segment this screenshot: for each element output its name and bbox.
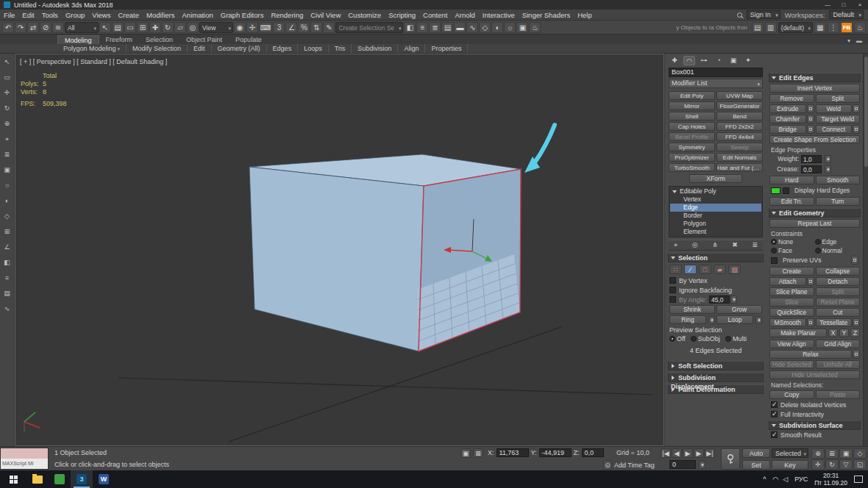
by-angle-spinner[interactable] [730, 295, 737, 304]
select-and-move-icon[interactable]: ✚ [149, 22, 161, 33]
stack-item-vertex[interactable]: Vertex [670, 195, 761, 204]
relax-button[interactable]: Relax [769, 350, 852, 359]
zoom-region-icon[interactable]: ◇ [853, 448, 867, 459]
spinner-snap-icon[interactable]: ⇅ [310, 22, 322, 33]
ribbon-panel-title[interactable]: Subdivision [352, 44, 398, 53]
by-angle-checkbox[interactable] [669, 296, 676, 303]
left-toolbar-icon[interactable]: ◧ [1, 258, 13, 268]
settings-box-button[interactable] [807, 125, 814, 134]
ribbon-config-caret-icon[interactable]: ▾ [847, 37, 850, 44]
select-by-name-icon[interactable]: ▤ [112, 22, 124, 33]
ribbon-tab[interactable]: Object Paint [179, 35, 229, 44]
select-object-icon[interactable]: ↖ [99, 22, 111, 33]
tray-network-icon[interactable]: ◠ [772, 476, 778, 483]
connect-button[interactable]: Connect [816, 125, 853, 134]
percent-snap-icon[interactable]: % [298, 22, 310, 33]
collapsed-rollout-header[interactable]: Paint Deformation [668, 384, 764, 394]
stack-item-polygon[interactable]: Polygon [670, 220, 761, 228]
loop-button[interactable]: Loop [716, 315, 753, 324]
tessellate-button[interactable]: Tessellate [816, 318, 853, 327]
key-set-dropdown[interactable]: Selected [772, 448, 808, 458]
material-editor-icon[interactable]: ◐ [491, 22, 503, 33]
constraint-radio[interactable]: None [771, 237, 815, 246]
chamfer-button[interactable]: Chamfer [769, 115, 806, 123]
shrink-button[interactable]: Shrink [669, 305, 715, 314]
edit-geometry-rollout-header[interactable]: Edit Geometry [769, 208, 861, 218]
layer-explorer-icon[interactable]: ≣ [429, 22, 441, 33]
ribbon-toggle-icon[interactable]: ▬ [454, 22, 466, 33]
edge-mode-icon[interactable]: ∕ [684, 265, 697, 274]
display-hard-edges-checkbox[interactable] [783, 187, 789, 194]
ribbon-panel-title[interactable]: Edit [188, 44, 212, 53]
subdivision-surface-rollout-header[interactable]: Subdivision Surface [769, 420, 861, 430]
menu-item[interactable]: Views [88, 11, 114, 19]
create-tab[interactable]: ✚ [669, 56, 680, 65]
zoom-extents-icon[interactable]: ▣ [839, 448, 853, 459]
select-and-place-icon[interactable]: ◎ [187, 22, 199, 33]
prooptimizer-button[interactable]: ProOptimizer [669, 153, 715, 162]
play-button[interactable]: ▶ [683, 448, 693, 458]
workspace-dropdown[interactable]: Default [829, 10, 864, 19]
border-mode-icon[interactable]: □ [699, 265, 711, 274]
create-button[interactable]: Create [769, 267, 814, 276]
modifier-list-dropdown[interactable]: Modifier List [669, 79, 763, 88]
menu-item[interactable]: Modifiers [143, 11, 179, 19]
menu-item[interactable]: Scripting [385, 11, 419, 19]
show-end-result-icon[interactable]: ◎ [692, 241, 698, 249]
reset-plane-button[interactable]: Reset Plane [816, 298, 861, 306]
remove-modifier-icon[interactable]: ✖ [732, 241, 738, 249]
go-to-end-button[interactable]: ▶| [705, 448, 715, 458]
menu-item[interactable]: Animation [179, 11, 217, 19]
menu-item[interactable]: Create [114, 11, 143, 19]
list-view-icon[interactable]: ▤ [752, 22, 764, 33]
pin-stack-icon[interactable]: ⌖ [674, 241, 677, 249]
menu-item[interactable]: Group [62, 11, 88, 19]
configure-modifier-sets-icon[interactable]: ≣ [752, 241, 758, 249]
menu-item[interactable]: Content [419, 11, 451, 19]
selection-filter-dropdown[interactable]: All [65, 22, 99, 33]
left-toolbar-icon[interactable]: ∿ [1, 304, 13, 314]
frame-number-field[interactable]: 0 [669, 460, 696, 469]
cut-button[interactable]: Cut [816, 308, 861, 317]
ribbon-tab[interactable]: Populate [229, 35, 268, 44]
select-and-scale-icon[interactable]: ▱ [174, 22, 186, 33]
slice-button[interactable]: Slice [769, 298, 814, 306]
make-planar-y-button[interactable]: Y [839, 329, 849, 337]
menu-item[interactable]: Rendering [267, 11, 307, 19]
window-crossing-icon[interactable]: ⊞ [137, 22, 149, 33]
curve-editor-icon[interactable]: ∿ [466, 22, 478, 33]
bevel-profile-button[interactable]: Bevel Profile [669, 132, 715, 141]
render-preset-dropdown[interactable]: (default) [778, 22, 813, 33]
floorgenerator-button[interactable]: FloorGenerator [716, 101, 763, 110]
edit-tri-button[interactable]: Edit Tri. [769, 197, 814, 206]
stack-item-element[interactable]: Element [670, 228, 761, 236]
menu-item[interactable]: Help [574, 11, 596, 19]
hidden-icons-chevron[interactable]: ^ [763, 476, 766, 483]
maximize-button[interactable]: □ [839, 1, 848, 8]
ribbon-tab[interactable]: Freeform [99, 35, 140, 44]
preview-option-radio[interactable]: Multi [725, 335, 747, 342]
search-icon[interactable] [737, 12, 742, 18]
selection-region-icon[interactable]: ▭ [124, 22, 136, 33]
box-front-face[interactable] [249, 167, 424, 351]
left-toolbar-icon[interactable]: ⌖ [1, 134, 13, 144]
viewport-scene[interactable] [15, 54, 664, 445]
left-toolbar-icon[interactable]: ▤ [1, 289, 13, 298]
ribbon-panel-title[interactable]: Tris [329, 44, 352, 53]
select-and-link-icon[interactable]: ⇄ [27, 22, 39, 33]
ffd-4x4x4-button[interactable]: FFD 4x4x4 [716, 132, 763, 141]
ribbon-panel-title[interactable]: Modify Selection [127, 44, 188, 53]
left-toolbar-icon[interactable]: ⊞ [1, 227, 13, 237]
hierarchy-tab[interactable]: ⊶ [698, 56, 710, 65]
turn-button[interactable]: Turn [816, 197, 861, 206]
left-toolbar-icon[interactable]: ⊕ [1, 119, 13, 129]
left-toolbar-icon[interactable]: ☼ [1, 181, 13, 190]
make-unique-icon[interactable]: ⋔ [712, 241, 718, 249]
set-key-button[interactable]: Set Key [742, 460, 770, 470]
3dsmax-taskbar-icon[interactable]: 3 [71, 470, 93, 488]
hide-selected-button[interactable]: Hide Selected [769, 360, 814, 369]
menu-item[interactable]: Tools [38, 11, 62, 19]
edit-poly-button[interactable]: Edit Poly [669, 91, 715, 100]
edit-normals-button[interactable]: Edit Normals [716, 153, 763, 162]
left-toolbar-icon[interactable]: ≣ [1, 150, 13, 159]
